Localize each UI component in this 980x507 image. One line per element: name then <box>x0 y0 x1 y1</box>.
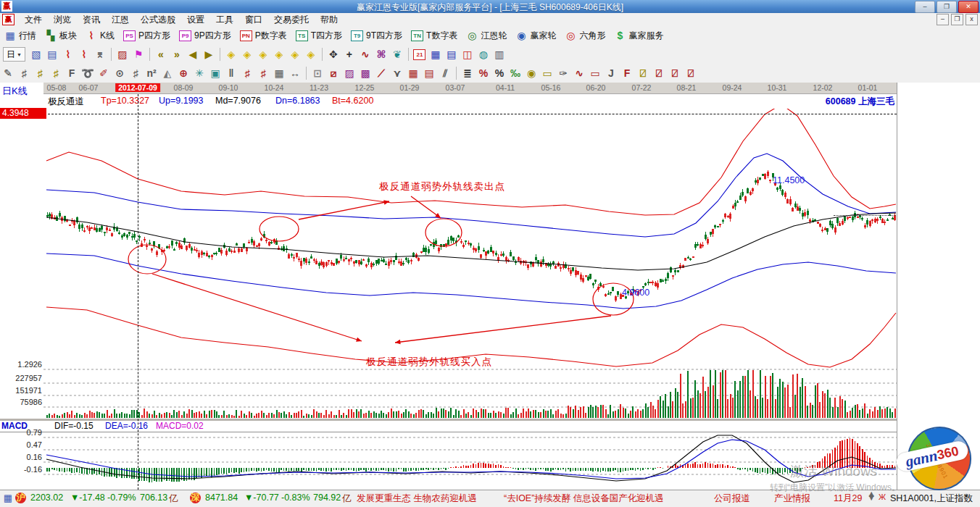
toolbar-button-t9-square[interactable]: T99T四方形 <box>346 28 407 43</box>
tool-diamond-5[interactable]: ◈ <box>287 47 303 62</box>
toolbar-button-t-square[interactable]: TST四方形 <box>291 28 346 43</box>
tool-notes[interactable]: ▤ <box>444 47 460 62</box>
toolbar-button-hexagon[interactable]: ◎六角形 <box>560 28 610 43</box>
tool-pen[interactable]: ✎ <box>0 66 16 80</box>
close-button[interactable]: ✕ <box>958 1 979 13</box>
menu-item-6[interactable]: 工具 <box>210 13 239 27</box>
tool-shen-line[interactable]: ⍁ <box>651 66 667 80</box>
tool-red-slash[interactable]: ⟋ <box>373 66 389 80</box>
tool-cross-tool[interactable]: + <box>341 47 357 62</box>
toolbar-button-winner-service[interactable]: $赢家服务 <box>610 28 668 43</box>
doc-close-button[interactable]: x <box>966 14 978 25</box>
tool-curve-tool[interactable]: ∿ <box>357 47 373 62</box>
tool-grid-tool[interactable]: ♯ <box>16 66 32 80</box>
toolbar-button-sectors[interactable]: ▚板块 <box>41 28 81 43</box>
tool-go-last[interactable]: » <box>169 47 185 62</box>
tool-flag-tool[interactable]: ⚑ <box>130 47 146 62</box>
tool-gold-bar[interactable]: ▭ <box>539 66 555 80</box>
toolbar-button-gann-wheel[interactable]: ◎江恩轮 <box>462 28 511 43</box>
tool-red-grid-2[interactable]: ▤ <box>421 66 437 80</box>
tool-purple-tool[interactable]: ⌘ <box>373 47 389 62</box>
tool-j-line[interactable]: J <box>603 66 619 80</box>
tool-gold-circle[interactable]: ◉ <box>523 66 539 80</box>
tool-go-prev[interactable]: ◀ <box>185 47 201 62</box>
doc-restore-button[interactable]: ❐ <box>951 14 963 25</box>
toolbar-button-t-number[interactable]: TNT数字表 <box>407 28 462 43</box>
tool-wave-a[interactable]: ∿ <box>571 66 587 80</box>
tool-percent[interactable]: % <box>491 66 507 80</box>
tool-pen-ruler[interactable]: ✐ <box>96 66 112 80</box>
tool-diamond-6[interactable]: ◈ <box>303 47 319 62</box>
restore-button[interactable]: ❐ <box>937 1 957 13</box>
tool-angle-tool[interactable]: ◭ <box>159 66 175 80</box>
tool-calendar[interactable]: 21 <box>412 47 428 62</box>
tool-save[interactable]: ◫ <box>460 47 476 62</box>
tool-target-red[interactable]: ⊕ <box>175 66 191 80</box>
tool-chart-style[interactable]: ▧ <box>28 47 44 62</box>
tool-kline-small-3[interactable]: ⌇ <box>60 47 76 62</box>
tool-slash-lines[interactable]: ⫽ <box>437 66 453 80</box>
menu-item-4[interactable]: 公式选股 <box>135 13 181 27</box>
tool-permille-green[interactable]: ‰ <box>507 66 523 80</box>
price-volume-plot[interactable] <box>43 109 897 419</box>
tool-percent-red[interactable]: % <box>476 66 491 80</box>
period-selector[interactable]: 日▼ <box>3 47 25 62</box>
tool-box-corner[interactable]: ⊡ <box>310 66 325 80</box>
menu-item-1[interactable]: 浏览 <box>48 13 77 27</box>
tool-bottle-tool[interactable]: ⌆ <box>92 47 108 62</box>
menu-item-7[interactable]: 窗口 <box>239 13 268 27</box>
tool-fan-lines[interactable]: ⧄ <box>325 66 341 80</box>
tool-box-teal[interactable]: ▣ <box>207 66 223 80</box>
tool-red-window[interactable]: ▨ <box>115 47 130 62</box>
tool-gold-line[interactable]: ⍁ <box>635 66 651 80</box>
menu-item-5[interactable]: 设置 <box>181 13 210 27</box>
tool-print[interactable]: ▥ <box>491 47 507 62</box>
tool-shen-grid[interactable]: ♯ <box>239 66 255 80</box>
tool-purple-box[interactable]: ▨ <box>341 66 357 80</box>
chart-area[interactable]: 日K线 05-0806-072012-07-0908-0909-1010-241… <box>0 83 980 490</box>
tool-calculator[interactable]: ▦ <box>428 47 444 62</box>
toolbar-button-quotes[interactable]: ▦行情 <box>0 28 41 43</box>
tool-v-lines[interactable]: ⋎ <box>389 66 405 80</box>
toolbar-button-winner-wheel[interactable]: ◉赢家轮 <box>511 28 560 43</box>
tool-gold-grid-1[interactable]: ♯ <box>32 66 48 80</box>
tool-info-panel[interactable]: ▤ <box>44 47 60 62</box>
tool-hand-tool[interactable]: ✥ <box>325 47 341 62</box>
menu-item-3[interactable]: 江恩 <box>106 13 135 27</box>
toolbar-button-kline[interactable]: ⌇K线 <box>81 28 119 43</box>
menu-item-9[interactable]: 帮助 <box>315 13 344 27</box>
tool-kline-small-9[interactable]: ⌇ <box>76 47 92 62</box>
macd-plot[interactable] <box>43 432 897 490</box>
menu-item-2[interactable]: 资讯 <box>77 13 106 27</box>
tool-go-first[interactable]: « <box>153 47 169 62</box>
tool-ruler-grid[interactable]: ♯ <box>128 66 144 80</box>
minimize-button[interactable]: – <box>915 1 935 13</box>
tool-f-line[interactable]: F <box>619 66 635 80</box>
tool-fibo-f[interactable]: F <box>64 66 80 80</box>
tool-list-tool[interactable]: ≣ <box>460 66 476 80</box>
doc-minimize-button[interactable]: – <box>937 14 949 25</box>
company-report-link[interactable]: 公司报道 <box>714 493 750 505</box>
tool-red-grid-1[interactable]: ▦ <box>405 66 421 80</box>
tool-star-teal[interactable]: ✳ <box>191 66 207 80</box>
tool-four-line[interactable]: ⍁ <box>683 66 699 80</box>
tool-gold-red[interactable]: ▭ <box>587 66 603 80</box>
tool-diamond-3[interactable]: ◈ <box>255 47 271 62</box>
tool-diamond-4[interactable]: ◈ <box>271 47 287 62</box>
tool-diamond-1[interactable]: ◈ <box>223 47 239 62</box>
menu-item-8[interactable]: 交易委托 <box>268 13 315 27</box>
industry-intel-link[interactable]: 产业情报 <box>774 493 810 505</box>
tool-go-next[interactable]: ▶ <box>201 47 217 62</box>
toolbar-button-p9-square[interactable]: P99P四方形 <box>175 28 236 43</box>
tool-purple-red-box[interactable]: ▩ <box>357 66 373 80</box>
tool-ruler-123[interactable]: ▦ <box>271 66 287 80</box>
tool-gold-grid-2[interactable]: ♯ <box>48 66 64 80</box>
tool-quote-marks[interactable]: ‖ <box>223 66 239 80</box>
tool-width-arrows[interactable]: ↔ <box>287 66 303 80</box>
tool-diamond-2[interactable]: ◈ <box>239 47 255 62</box>
menu-item-0[interactable]: 文件 <box>19 13 48 27</box>
tool-circle-gauge[interactable]: ⊙ <box>112 66 128 80</box>
tool-brain-tool[interactable]: ❦ <box>389 47 405 62</box>
tool-ink-pen[interactable]: ✑ <box>555 66 571 80</box>
tool-spiral[interactable]: ➰ <box>80 66 96 80</box>
